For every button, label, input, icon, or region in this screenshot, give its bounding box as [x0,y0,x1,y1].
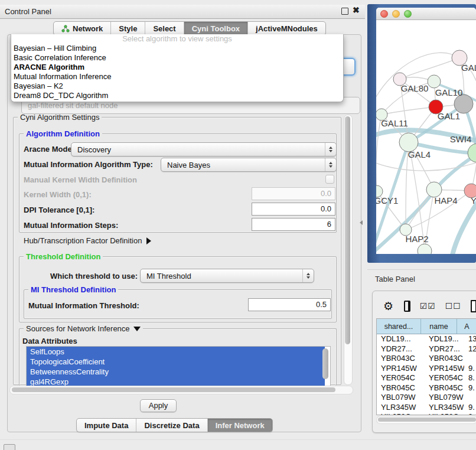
column-layout-icon[interactable] [404,301,410,312]
node-bottom[interactable] [418,244,432,254]
table-row[interactable]: YLR345WYLR345W9. [377,403,476,413]
close-icon[interactable]: ✖ [353,5,360,15]
dropdown-item-aracne[interactable]: ARACNE Algorithm [11,63,343,72]
which-threshold-combo[interactable]: MI Threshold [140,269,314,283]
apply-button[interactable]: Apply [140,399,177,412]
table-row[interactable]: YPR145WYPR145W9. [377,364,476,374]
tab-jactivemnodules[interactable]: jActiveMNodules [247,22,325,35]
table-row[interactable]: YIL052CYIL052C9. [377,412,476,415]
sources-title-text: Sources for Network Inference [26,324,130,333]
network-window[interactable]: GAL GAL80 GAL10 GAL1 GAL11 GAL4 SWI4 GCY… [376,8,476,254]
zoom-traffic-light-icon[interactable] [404,10,412,18]
aracne-mode-label: Aracne Mode: [24,145,74,154]
dropdown-item[interactable]: Mutual Information Inference [11,72,343,81]
table-row[interactable]: YBR043CYBR043C [377,354,476,364]
settings-vertical-scrollbar[interactable] [344,115,353,385]
dropdown-item[interactable]: Bayesian – Hill Climbing [11,44,343,53]
aracne-mode-combo[interactable]: Discovery [71,142,337,156]
checked-columns-icon[interactable]: ☑☑ [420,301,436,311]
tab-label: Network [73,24,103,33]
mi-threshold-definition-title: MI Threshold Definition [28,285,118,294]
mi-algorithm-type-value: Naive Bayes [161,161,325,169]
dpi-tolerance-field[interactable]: 0.0 [252,203,335,216]
data-attributes-label: Data Attributes [22,337,77,345]
node-gal10[interactable] [428,75,441,88]
settings-hscroll-thumb[interactable] [12,387,335,392]
attr-item-selected[interactable]: BetweennessCentrality [27,367,325,377]
hub-definition-expander[interactable]: Hub/Transcription Factor Definition [24,236,151,245]
table-row[interactable]: YBL079WYBL079W [377,393,476,403]
manual-kernel-checkbox[interactable] [325,175,334,184]
node-label: HAP4 [434,195,457,206]
attr-list-scrollbar[interactable] [322,348,328,379]
data-attributes-list[interactable]: SelfLoops TopologicalCoefficient Between… [26,346,331,387]
table-row[interactable]: YDL19...YDL19...13 [377,334,476,344]
column-header-partial[interactable]: A [457,319,476,334]
column-header-shared[interactable]: shared... [377,319,421,334]
mi-algorithm-type-label: Mutual Information Algorithm Type: [24,160,153,169]
which-threshold-value: MI Threshold [141,272,302,281]
panel-splitter-handle[interactable] [360,220,363,225]
node-label: GAL10 [435,87,463,97]
attr-item-selected[interactable]: SelfLoops [27,347,325,357]
close-traffic-light-icon[interactable] [380,10,388,18]
network-window-titlebar [376,8,476,20]
tab-label: Infer Network [216,421,265,430]
attr-item-selected[interactable]: TopologicalCoefficient [27,357,325,367]
mi-steps-field[interactable]: 6 [252,218,335,231]
status-divider [0,439,476,440]
hub-definition-label: Hub/Transcription Factor Definition [24,236,142,245]
table-panel-titlebar: Table Panel [367,269,476,288]
table-row[interactable]: YBR045CYBR045C9. [377,383,476,393]
mi-threshold-field[interactable]: 0.5 [248,298,331,311]
tab-cyni-toolbox[interactable]: Cyni Toolbox [184,22,247,35]
table-panel-window: ⚙ ☑☑ ☐☐ shared... name A YDL19...YDL19..… [372,291,476,433]
mi-algorithm-type-combo[interactable]: Naive Bayes [161,158,337,172]
tab-select[interactable]: Select [145,22,183,35]
network-selector-value: gal-filtered sit default node [28,101,118,110]
table-header-row: shared... name A [377,319,476,334]
tab-style[interactable]: Style [110,22,145,35]
control-panel-title: Control Panel [5,7,51,16]
settings-group-title: Cyni Algorithm Settings [18,113,102,122]
network-graph: GAL GAL80 GAL10 GAL1 GAL11 GAL4 SWI4 GCY… [376,20,476,254]
tab-label: Style [119,24,137,33]
column-header-name[interactable]: name [421,319,457,334]
tab-label: Select [153,24,175,33]
minimized-panel-icon[interactable] [4,444,15,450]
settings-horizontal-scrollbar[interactable] [9,386,353,394]
minimize-traffic-light-icon[interactable] [392,10,400,18]
node-table: shared... name A YDL19...YDL19...13 YDR2… [376,318,476,415]
sources-group-title[interactable]: Sources for Network Inference [24,324,143,333]
unchecked-columns-icon[interactable]: ☐☐ [445,301,461,311]
settings-vscroll-thumb[interactable] [345,116,350,344]
tab-label: jActiveMNodules [256,24,318,33]
table-row[interactable]: YER054CYER054C8. [377,373,476,383]
node-label: HAP2 [405,234,428,244]
tab-infer-network[interactable]: Infer Network [207,419,272,432]
table-hscroll-thumb[interactable] [378,418,476,422]
table-toolbar: ⚙ ☑☑ ☐☐ [377,296,476,316]
dropdown-prompt: Select algorithm to view settings [11,34,343,44]
tab-label: Discretize Data [144,421,199,430]
network-canvas[interactable]: GAL GAL80 GAL10 GAL1 GAL11 GAL4 SWI4 GCY… [376,20,476,254]
export-table-icon[interactable] [471,300,476,312]
float-window-icon[interactable] [341,8,348,15]
dpi-tolerance-label: DPI Tolerance [0,1]: [24,206,94,214]
combo-stepper-icon [325,143,336,156]
dropdown-item[interactable]: Basic Correlation Inference [11,53,343,63]
tab-discretize-data[interactable]: Discretize Data [136,419,207,432]
tab-network[interactable]: Network [54,22,110,35]
node-label: GCY1 [376,195,398,206]
algorithm-dropdown-list: Select algorithm to view settings Bayesi… [11,34,344,102]
dropdown-item[interactable]: Dream8 DC_TDC Algorithm [11,91,343,100]
gear-icon[interactable]: ⚙ [383,299,393,312]
table-row[interactable]: YDR27...YDR27...12 [377,344,476,354]
node-label: GAL1 [438,111,460,121]
kernel-width-field[interactable]: 0.0 [252,187,335,200]
dropdown-item[interactable]: Bayesian – K2 [11,81,343,91]
table-horizontal-scrollbar[interactable] [376,416,476,424]
algorithm-definition-title: Algorithm Definition [24,129,102,138]
network-view-frame: GAL GAL80 GAL10 GAL1 GAL11 GAL4 SWI4 GCY… [367,4,476,263]
tab-impute-data[interactable]: Impute Data [77,419,136,432]
